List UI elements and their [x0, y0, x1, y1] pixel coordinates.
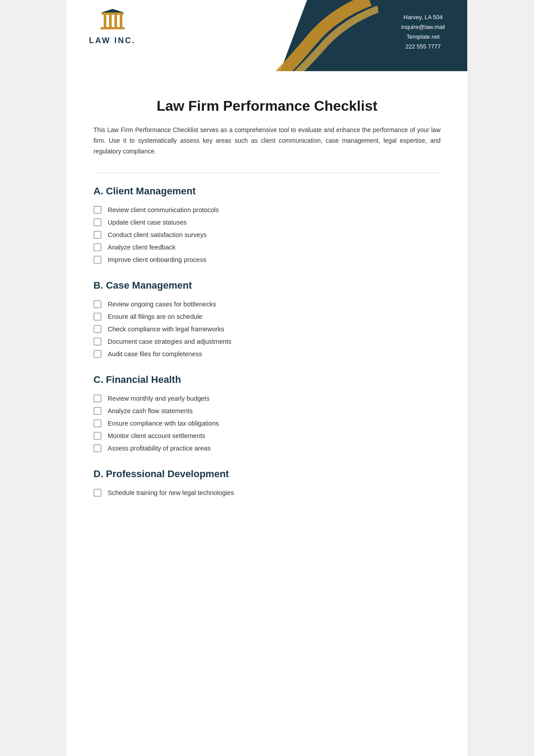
checklist-label: Check compliance with legal frameworks — [108, 326, 224, 333]
list-item: Analyze cash flow statements — [93, 407, 441, 415]
checklist-label: Update client case statuses — [108, 219, 186, 226]
list-item: Update client case statuses — [93, 218, 441, 226]
svg-rect-5 — [101, 27, 125, 29]
contact-address: Harvey, LA 504 — [401, 12, 445, 22]
checkbox[interactable] — [93, 313, 101, 321]
checklist-label: Review client communication protocols — [108, 206, 219, 213]
checklist-label: Improve client onboarding process — [108, 256, 206, 263]
checkbox[interactable] — [93, 419, 101, 427]
logo-text: LAW INC. — [89, 36, 136, 45]
checkbox[interactable] — [93, 489, 101, 497]
list-item: Analyze client feedback — [93, 243, 441, 251]
checklist-label: Audit case files for completeness — [108, 350, 202, 358]
checkbox[interactable] — [93, 256, 101, 264]
list-item: Review monthly and yearly budgets — [93, 394, 441, 402]
checklist-label: Ensure all filings are on schedule — [108, 313, 202, 320]
checklist-label: Ensure compliance with tax obligations — [108, 420, 219, 427]
section-financial-health: C. Financial Health Review monthly and y… — [93, 374, 441, 452]
section-c-checklist: Review monthly and yearly budgets Analyz… — [93, 394, 441, 452]
checklist-label: Document case strategies and adjustments — [108, 338, 231, 345]
checkbox[interactable] — [93, 407, 101, 415]
checkbox[interactable] — [93, 394, 101, 402]
list-item: Monitor client account settlements — [93, 432, 441, 440]
section-d-title: D. Professional Development — [93, 468, 441, 482]
section-case-management: B. Case Management Review ongoing cases … — [93, 280, 441, 358]
list-item: Document case strategies and adjustments — [93, 338, 441, 346]
header-curve-decoration — [245, 0, 378, 71]
svg-rect-2 — [109, 15, 112, 27]
list-item: Check compliance with legal frameworks — [93, 325, 441, 333]
checklist-label: Analyze cash flow statements — [108, 407, 193, 414]
list-item: Audit case files for completeness — [93, 350, 441, 358]
checkbox[interactable] — [93, 218, 101, 226]
checkbox[interactable] — [93, 300, 101, 308]
list-item: Schedule training for new legal technolo… — [93, 489, 441, 497]
checkbox[interactable] — [93, 243, 101, 251]
section-b-checklist: Review ongoing cases for bottlenecks Ens… — [93, 300, 441, 358]
intro-text: This Law Firm Performance Checklist serv… — [93, 125, 441, 157]
checklist-label: Assess profitability of practice areas — [108, 445, 210, 452]
contact-email: inquire@law.mail — [401, 22, 445, 32]
svg-rect-3 — [114, 15, 117, 27]
list-item: Review client communication protocols — [93, 206, 441, 214]
list-item: Improve client onboarding process — [93, 256, 441, 264]
list-item: Conduct client satisfaction surveys — [93, 231, 441, 239]
section-a-title: A. Client Management — [93, 185, 441, 199]
list-item: Assess profitability of practice areas — [93, 444, 441, 452]
list-item: Review ongoing cases for bottlenecks — [93, 300, 441, 308]
checklist-label: Analyze client feedback — [108, 244, 175, 251]
checklist-label: Conduct client satisfaction surveys — [108, 231, 206, 238]
checkbox[interactable] — [93, 338, 101, 346]
section-professional-development: D. Professional Development Schedule tra… — [93, 468, 441, 497]
logo-area: LAW INC. — [89, 9, 136, 45]
section-a-checklist: Review client communication protocols Up… — [93, 206, 441, 264]
divider-top — [93, 173, 441, 173]
logo-icon — [99, 9, 126, 33]
contact-phone: 222 555 7777 — [401, 42, 445, 52]
header: LAW INC. Harvey, LA 504 inquire@law.mail… — [67, 0, 467, 71]
svg-rect-1 — [104, 15, 106, 27]
page: LAW INC. Harvey, LA 504 inquire@law.mail… — [67, 0, 467, 756]
page-title: Law Firm Performance Checklist — [93, 98, 441, 114]
checkbox[interactable] — [93, 206, 101, 214]
svg-rect-0 — [101, 12, 124, 15]
main-content: Law Firm Performance Checklist This Law … — [67, 71, 467, 539]
contact-website: Template.net — [401, 32, 445, 42]
section-d-checklist: Schedule training for new legal technolo… — [93, 489, 441, 497]
checklist-label: Review monthly and yearly budgets — [108, 395, 210, 402]
list-item: Ensure all filings are on schedule — [93, 313, 441, 321]
checklist-label: Schedule training for new legal technolo… — [108, 489, 234, 496]
checkbox[interactable] — [93, 444, 101, 452]
list-item: Ensure compliance with tax obligations — [93, 419, 441, 427]
svg-rect-4 — [120, 15, 122, 27]
section-client-management: A. Client Management Review client commu… — [93, 185, 441, 264]
checklist-label: Monitor client account settlements — [108, 432, 205, 439]
checkbox[interactable] — [93, 432, 101, 440]
section-b-title: B. Case Management — [93, 280, 441, 293]
checkbox[interactable] — [93, 350, 101, 358]
section-c-title: C. Financial Health — [93, 374, 441, 387]
checklist-label: Review ongoing cases for bottlenecks — [108, 301, 216, 308]
svg-marker-6 — [101, 9, 124, 12]
checkbox[interactable] — [93, 231, 101, 239]
contact-info: Harvey, LA 504 inquire@law.mail Template… — [401, 12, 445, 52]
checkbox[interactable] — [93, 325, 101, 333]
